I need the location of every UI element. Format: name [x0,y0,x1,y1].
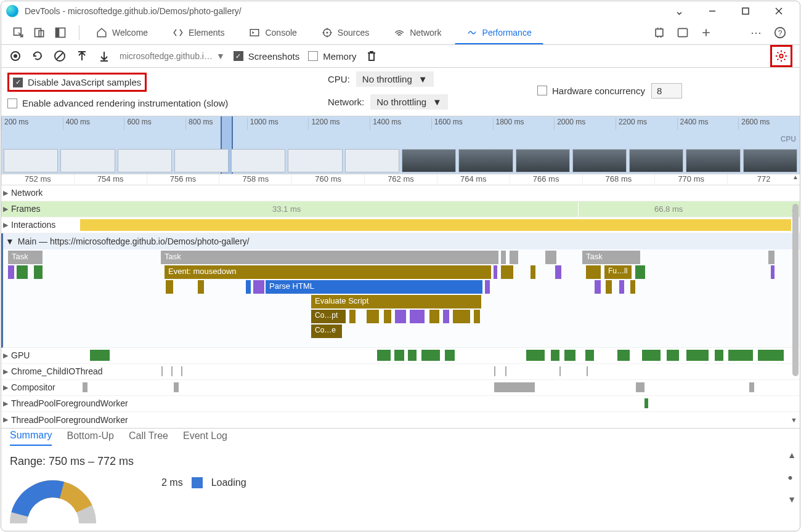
svg-rect-1 [742,8,749,14]
close-button[interactable] [769,1,789,21]
more-icon[interactable]: ⋯ [749,25,764,40]
track-frames[interactable]: ▶Frames 33.1 ms 66.8 ms ▲ [1,201,800,217]
tab-label: Network [410,28,441,38]
download-icon[interactable] [97,49,111,63]
site-selector[interactable]: microsoftedge.github.i… ▼ [120,51,225,61]
flame-task[interactable]: Task [8,251,43,264]
flame-fu[interactable]: Fu…ll [604,265,632,279]
tab-performance[interactable]: Performance [455,21,543,44]
dropdown-icon: ▼ [433,97,442,107]
track-threadpool-1[interactable]: ▶ThreadPoolForegroundWorker [1,396,800,412]
chevron-down-icon[interactable]: ⌄ [669,1,689,21]
tab-label: Welcome [112,28,148,38]
tab-summary[interactable]: Summary [10,430,52,446]
svg-rect-16 [656,29,663,36]
panel-icon[interactable] [675,25,690,40]
network-select[interactable]: No throttling▼ [370,94,448,110]
detail-ruler[interactable]: 752 ms 754 ms 756 ms 758 ms 760 ms 762 m… [1,174,800,185]
inspect-icon[interactable] [11,25,26,40]
tab-eventlog[interactable]: Event Log [183,430,227,445]
flame-eval[interactable]: Evaluate Script [311,295,481,308]
add-tab-icon[interactable] [699,25,714,40]
tab-label: Console [265,28,296,38]
svg-point-27 [14,54,17,58]
svg-rect-21 [678,28,688,36]
flame-task[interactable]: Task [161,251,498,264]
tab-console[interactable]: Console [237,21,308,44]
tab-network[interactable]: Network [382,21,453,44]
trash-icon[interactable] [365,49,378,63]
overview-tick: 1800 ms [493,118,555,130]
checkbox-icon [308,51,318,61]
track-gpu[interactable]: ▶GPU [1,348,800,364]
settings-icon[interactable] [775,49,788,63]
screenshots-checkbox[interactable]: ✓Screenshots [234,51,299,62]
window-title: DevTools - microsoftedge.github.io/Demos… [25,6,669,16]
tab-label: Sources [338,28,369,38]
tab-bottomup[interactable]: Bottom-Up [67,430,113,445]
track-network[interactable]: ▶Network [1,185,800,201]
flame-coe[interactable]: Co…e [311,324,342,338]
flame-parse[interactable]: Parse HTML [266,280,482,294]
device-icon[interactable] [32,25,47,40]
disable-js-checkbox[interactable]: ✓Disable JavaScript samples [13,77,141,87]
capture-settings: ✓Disable JavaScript samples Enable advan… [1,68,800,116]
dropdown-icon: ▼ [418,74,428,84]
ruler-tick: 766 ms [510,174,582,185]
tab-calltree[interactable]: Call Tree [129,430,168,445]
maximize-button[interactable] [736,1,755,21]
overview-tick: 2600 ms [738,118,800,130]
cpu-label: CPU [781,135,796,143]
memory-icon[interactable] [652,25,667,40]
tab-welcome[interactable]: Welcome [84,21,160,44]
reload-icon[interactable] [31,49,44,63]
checkbox-icon [537,86,547,95]
flame-task[interactable]: Task [582,251,640,264]
overview-timeline[interactable]: 200 ms 400 ms 600 ms 800 ms 1000 ms 1200… [1,116,800,174]
flame-event[interactable]: Event: mousedown [165,265,491,279]
hw-value-input[interactable]: 8 [651,83,682,99]
titlebar: DevTools - microsoftedge.github.io/Demos… [1,1,800,21]
track-interactions[interactable]: ▶Interactions [1,217,800,233]
overview-tick: 2400 ms [677,118,739,130]
legend-time: 2 ms [161,477,183,488]
enable-adv-checkbox[interactable]: Enable advanced rendering instrumentatio… [7,98,328,108]
overview-tick: 2000 ms [554,118,616,130]
hw-checkbox[interactable]: Hardware concurrency [537,86,645,96]
ruler-tick: 762 ms [364,174,437,185]
checkbox-icon: ✓ [13,78,23,87]
tab-elements[interactable]: Elements [161,21,236,44]
flame-copt[interactable]: Co…pt [311,310,346,323]
dock-icon[interactable] [53,25,68,40]
scroll-up-icon[interactable]: ▲ [792,174,799,180]
ruler-tick: 756 ms [147,174,219,185]
track-compositor[interactable]: ▶Compositor [1,380,800,396]
tracks-area: ▶Network ▶Frames 33.1 ms 66.8 ms ▲ ▶Inte… [1,185,800,428]
drag-dot-icon[interactable]: ● [787,472,796,482]
minimize-button[interactable] [702,1,722,21]
tab-sources[interactable]: Sources [310,21,381,44]
upload-icon[interactable] [75,49,89,63]
ruler-tick: 764 ms [437,174,510,185]
flame-chart[interactable]: Task Task Task Event: mousedown Fu…ll [1,249,800,348]
memory-checkbox[interactable]: Memory [308,51,356,62]
interaction-bar [80,219,791,231]
track-chrome-io[interactable]: ▶Chrome_ChildIOThread [1,364,800,380]
cpu-select[interactable]: No throttling▼ [356,71,434,87]
help-icon[interactable]: ? [773,25,787,40]
scroll-down-icon[interactable]: ▼ [787,494,796,504]
overview-tick: 2200 ms [616,118,677,130]
ruler-tick: 768 ms [582,174,655,185]
ruler-tick: 758 ms [219,174,291,185]
details-tabs: Summary Bottom-Up Call Tree Event Log [1,428,800,448]
cpu-label: CPU: [328,74,350,84]
record-icon[interactable] [9,49,22,63]
track-threadpool-2[interactable]: ▶ThreadPoolForegroundWorker ▼ [1,412,800,428]
scroll-up-icon[interactable]: ▲ [787,450,796,460]
ruler-tick: 752 ms [1,174,74,185]
clear-icon[interactable] [53,49,67,63]
track-main-header[interactable]: ▼Main — https://microsoftedge.github.io/… [1,233,800,249]
svg-line-29 [57,53,63,59]
overview-tick: 400 ms [63,118,124,130]
summary-pane: Range: 750 ms – 772 ms 2 ms Loading ▲ ● … [1,448,800,531]
